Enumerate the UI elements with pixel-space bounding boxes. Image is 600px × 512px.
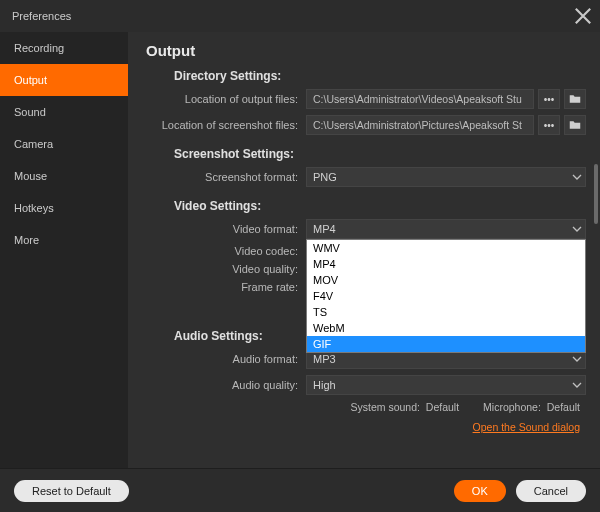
system-sound-value: Default <box>426 401 459 413</box>
dropdown-option[interactable]: WebM <box>307 320 585 336</box>
section-screenshot-title: Screenshot Settings: <box>174 147 586 161</box>
sidebar-item-recording[interactable]: Recording <box>0 32 128 64</box>
microphone-label: Microphone: <box>483 401 541 413</box>
label-screenshot-location: Location of screenshot files: <box>146 119 306 131</box>
dropdown-option[interactable]: MOV <box>307 272 585 288</box>
close-icon[interactable] <box>574 7 592 25</box>
sidebar-item-hotkeys[interactable]: Hotkeys <box>0 192 128 224</box>
more-icon[interactable]: ••• <box>538 115 560 135</box>
dropdown-option[interactable]: TS <box>307 304 585 320</box>
label-video-format: Video format: <box>146 223 306 235</box>
footer: Reset to Default OK Cancel <box>0 468 600 512</box>
section-directory-title: Directory Settings: <box>174 69 586 83</box>
sidebar-item-camera[interactable]: Camera <box>0 128 128 160</box>
system-sound-label: System sound: <box>351 401 420 413</box>
dropdown-option[interactable]: F4V <box>307 288 585 304</box>
sidebar-item-sound[interactable]: Sound <box>0 96 128 128</box>
reset-button[interactable]: Reset to Default <box>14 480 129 502</box>
ok-button[interactable]: OK <box>454 480 506 502</box>
sidebar-item-output[interactable]: Output <box>0 64 128 96</box>
row-video-format: Video format: MP4 WMV MP4 MOV F4V TS Web… <box>146 219 586 239</box>
row-audio-quality: Audio quality: High <box>146 375 586 395</box>
label-video-codec: Video codec: <box>146 245 306 257</box>
row-screenshot-format: Screenshot format: PNG <box>146 167 586 187</box>
section-video-title: Video Settings: <box>174 199 586 213</box>
page-title: Output <box>146 42 586 59</box>
audio-quality-value: High <box>313 376 336 394</box>
open-sound-dialog-link[interactable]: Open the Sound dialog <box>473 421 580 433</box>
microphone-value: Default <box>547 401 580 413</box>
chevron-down-icon <box>572 380 582 392</box>
video-format-dropdown[interactable]: WMV MP4 MOV F4V TS WebM GIF <box>306 239 586 353</box>
scrollbar-thumb[interactable] <box>594 164 598 224</box>
window-title: Preferences <box>12 10 71 22</box>
label-video-quality: Video quality: <box>146 263 306 275</box>
folder-icon[interactable] <box>564 89 586 109</box>
output-location-field[interactable]: C:\Users\Administrator\Videos\Apeaksoft … <box>306 89 534 109</box>
audio-quality-select[interactable]: High <box>306 375 586 395</box>
folder-icon[interactable] <box>564 115 586 135</box>
dropdown-option-selected[interactable]: GIF <box>307 336 585 352</box>
more-icon[interactable]: ••• <box>538 89 560 109</box>
video-format-value: MP4 <box>313 220 336 238</box>
audio-status-row: System sound: Default Microphone: Defaul… <box>146 401 586 413</box>
screenshot-format-value: PNG <box>313 168 337 186</box>
screenshot-location-field[interactable]: C:\Users\Administrator\Pictures\Apeaksof… <box>306 115 534 135</box>
label-screenshot-format: Screenshot format: <box>146 171 306 183</box>
chevron-down-icon <box>572 172 582 184</box>
body: Recording Output Sound Camera Mouse Hotk… <box>0 32 600 468</box>
screenshot-format-select[interactable]: PNG <box>306 167 586 187</box>
row-screenshot-location: Location of screenshot files: C:\Users\A… <box>146 115 586 135</box>
label-audio-quality: Audio quality: <box>146 379 306 391</box>
label-output-location: Location of output files: <box>146 93 306 105</box>
sidebar-item-mouse[interactable]: Mouse <box>0 160 128 192</box>
video-format-select[interactable]: MP4 WMV MP4 MOV F4V TS WebM GIF <box>306 219 586 239</box>
dropdown-option[interactable]: WMV <box>307 240 585 256</box>
row-output-location: Location of output files: C:\Users\Admin… <box>146 89 586 109</box>
sidebar: Recording Output Sound Camera Mouse Hotk… <box>0 32 128 468</box>
label-audio-format: Audio format: <box>146 353 306 365</box>
label-frame-rate: Frame rate: <box>146 281 306 293</box>
cancel-button[interactable]: Cancel <box>516 480 586 502</box>
chevron-down-icon <box>572 354 582 366</box>
main-panel: Output Directory Settings: Location of o… <box>128 32 600 468</box>
chevron-down-icon <box>572 224 582 236</box>
preferences-window: Preferences Recording Output Sound Camer… <box>0 0 600 512</box>
titlebar: Preferences <box>0 0 600 32</box>
dropdown-option[interactable]: MP4 <box>307 256 585 272</box>
sidebar-item-more[interactable]: More <box>0 224 128 256</box>
